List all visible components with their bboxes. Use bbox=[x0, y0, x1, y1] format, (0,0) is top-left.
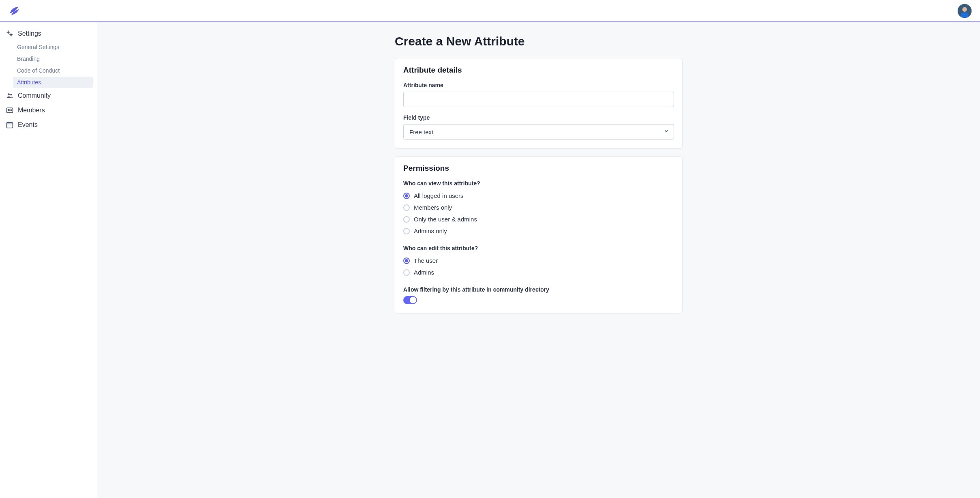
radio-icon bbox=[403, 269, 410, 276]
gears-icon bbox=[5, 30, 15, 38]
field-type-select[interactable]: Free text bbox=[403, 124, 674, 140]
radio-icon bbox=[403, 228, 410, 234]
id-card-icon bbox=[5, 106, 15, 114]
svg-point-6 bbox=[10, 94, 12, 95]
radio-view-all-logged-in[interactable]: All logged in users bbox=[403, 190, 674, 202]
attribute-name-label: Attribute name bbox=[403, 82, 674, 88]
card-title: Attribute details bbox=[403, 66, 674, 75]
svg-rect-9 bbox=[7, 122, 13, 128]
edit-permission-group: The user Admins bbox=[403, 255, 674, 278]
radio-edit-admins[interactable]: Admins bbox=[403, 266, 674, 278]
app-logo[interactable] bbox=[8, 5, 20, 17]
radio-view-user-admins[interactable]: Only the user & admins bbox=[403, 213, 674, 225]
radio-label: All logged in users bbox=[414, 192, 464, 199]
avatar[interactable] bbox=[957, 4, 972, 18]
filter-toggle-label: Allow filtering by this attribute in com… bbox=[403, 286, 674, 293]
view-permission-label: Who can view this attribute? bbox=[403, 180, 674, 187]
svg-point-1 bbox=[962, 7, 967, 11]
svg-point-4 bbox=[10, 34, 12, 36]
svg-point-5 bbox=[8, 93, 10, 95]
topbar bbox=[0, 0, 980, 22]
sidebar-section-events[interactable]: Events bbox=[0, 118, 97, 132]
svg-point-3 bbox=[7, 31, 9, 33]
radio-icon bbox=[403, 193, 410, 199]
sidebar-section-community[interactable]: Community bbox=[0, 88, 97, 103]
svg-rect-2 bbox=[961, 12, 969, 17]
radio-label: Only the user & admins bbox=[414, 216, 477, 223]
radio-label: Admins bbox=[414, 269, 434, 276]
sidebar-item-branding[interactable]: Branding bbox=[13, 53, 93, 64]
sidebar-item-attributes[interactable]: Attributes bbox=[13, 77, 93, 88]
page-title: Create a New Attribute bbox=[395, 34, 683, 48]
edit-permission-label: Who can edit this attribute? bbox=[403, 245, 674, 251]
attribute-name-input[interactable] bbox=[403, 92, 674, 107]
sidebar-section-members[interactable]: Members bbox=[0, 103, 97, 118]
sidebar-section-label: Community bbox=[18, 92, 51, 99]
sidebar-section-settings[interactable]: Settings bbox=[0, 26, 97, 41]
users-icon bbox=[5, 92, 15, 100]
radio-label: Admins only bbox=[414, 228, 447, 234]
sidebar-section-label: Members bbox=[18, 107, 45, 114]
radio-label: Members only bbox=[414, 204, 452, 211]
sidebar-section-label: Settings bbox=[18, 30, 41, 37]
sidebar-section-label: Events bbox=[18, 121, 38, 129]
view-permission-group: All logged in users Members only Only th… bbox=[403, 190, 674, 237]
radio-label: The user bbox=[414, 257, 438, 264]
permissions-card: Permissions Who can view this attribute?… bbox=[395, 156, 683, 313]
radio-icon bbox=[403, 204, 410, 211]
filter-toggle[interactable] bbox=[403, 296, 417, 304]
field-type-value: Free text bbox=[409, 129, 433, 135]
radio-icon bbox=[403, 258, 410, 264]
sidebar-item-general-settings[interactable]: General Settings bbox=[13, 41, 93, 53]
main-content: Create a New Attribute Attribute details… bbox=[97, 22, 980, 498]
radio-view-admins-only[interactable]: Admins only bbox=[403, 225, 674, 237]
attribute-details-card: Attribute details Attribute name Field t… bbox=[395, 58, 683, 149]
radio-edit-user[interactable]: The user bbox=[403, 255, 674, 266]
sidebar-item-code-of-conduct[interactable]: Code of Conduct bbox=[13, 65, 93, 76]
svg-point-8 bbox=[8, 109, 9, 111]
radio-view-members-only[interactable]: Members only bbox=[403, 202, 674, 213]
field-type-label: Field type bbox=[403, 114, 674, 121]
calendar-icon bbox=[5, 121, 15, 129]
card-title: Permissions bbox=[403, 164, 674, 173]
radio-icon bbox=[403, 216, 410, 223]
sidebar: Settings General Settings Branding Code … bbox=[0, 22, 97, 498]
